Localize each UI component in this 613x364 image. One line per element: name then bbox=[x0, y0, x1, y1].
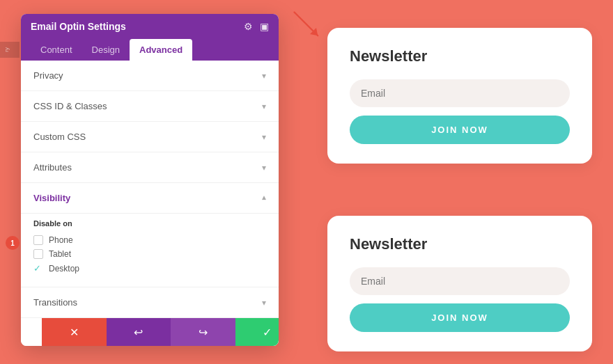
email-input-bottom[interactable] bbox=[350, 267, 570, 295]
css-id-chevron: ▾ bbox=[262, 102, 266, 111]
section-privacy[interactable]: Privacy ▾ bbox=[21, 61, 279, 91]
cancel-button[interactable]: ✕ bbox=[42, 318, 107, 346]
attributes-label: Attributes bbox=[33, 162, 72, 173]
visibility-chevron: ▾ bbox=[262, 193, 266, 203]
privacy-label: Privacy bbox=[33, 70, 63, 81]
phone-checkbox[interactable] bbox=[33, 235, 43, 245]
join-now-button-top[interactable]: JOIN NOW bbox=[350, 116, 570, 144]
tab-design[interactable]: Design bbox=[82, 39, 130, 61]
section-visibility[interactable]: Visibility ▾ bbox=[21, 183, 279, 214]
confirm-button[interactable]: ✓ bbox=[235, 318, 279, 346]
settings-icon[interactable]: ⚙ bbox=[244, 21, 253, 32]
email-input-top[interactable] bbox=[350, 79, 570, 107]
attributes-chevron: ▾ bbox=[262, 163, 266, 173]
settings-panel: Email Optin Settings ⚙ ▣ Content Design … bbox=[21, 14, 279, 346]
custom-css-chevron: ▾ bbox=[262, 132, 266, 142]
privacy-chevron: ▾ bbox=[262, 71, 266, 81]
section-custom-css[interactable]: Custom CSS ▾ bbox=[21, 122, 279, 152]
panel-title: Email Optin Settings bbox=[31, 21, 126, 32]
visibility-label: Visibility bbox=[33, 193, 70, 203]
checkbox-row-desktop: ✓ Desktop bbox=[33, 261, 266, 276]
tablet-checkbox[interactable] bbox=[33, 249, 43, 259]
checkbox-row-tablet: Tablet bbox=[33, 247, 266, 261]
transitions-chevron: ▾ bbox=[262, 298, 266, 308]
tablet-label: Tablet bbox=[49, 249, 71, 259]
desktop-checkmark: ✓ bbox=[33, 263, 43, 274]
join-now-button-bottom[interactable]: JOIN NOW bbox=[350, 303, 570, 332]
transitions-label: Transitions bbox=[33, 297, 77, 308]
undo-button[interactable]: ↩ bbox=[107, 318, 171, 346]
bottom-bar: ✕ ↩ ↪ ✓ bbox=[42, 318, 279, 346]
expand-icon[interactable]: ▣ bbox=[260, 21, 269, 32]
visibility-content: Disable on Phone Tablet ✓ Desktop bbox=[21, 214, 279, 287]
checkbox-row-phone: Phone bbox=[33, 233, 266, 247]
newsletter-card-top: Newsletter JOIN NOW bbox=[327, 28, 592, 164]
newsletter-card-bottom: Newsletter JOIN NOW bbox=[327, 216, 592, 351]
tab-advanced[interactable]: Advanced bbox=[130, 39, 192, 61]
redo-button[interactable]: ↪ bbox=[171, 318, 235, 346]
phone-label: Phone bbox=[49, 235, 73, 245]
css-id-label: CSS ID & Classes bbox=[33, 101, 107, 111]
panel-header-icons: ⚙ ▣ bbox=[244, 21, 269, 32]
custom-css-label: Custom CSS bbox=[33, 132, 86, 142]
desktop-label: Desktop bbox=[49, 264, 79, 274]
panel-tabs: Content Design Advanced bbox=[21, 39, 279, 61]
section-attributes[interactable]: Attributes ▾ bbox=[21, 152, 279, 183]
badge-1: 1 bbox=[6, 236, 20, 250]
newsletter-title-bottom: Newsletter bbox=[350, 235, 570, 253]
panel-content: Privacy ▾ CSS ID & Classes ▾ Custom CSS … bbox=[21, 61, 279, 346]
section-transitions[interactable]: Transitions ▾ bbox=[21, 287, 279, 318]
section-css-id[interactable]: CSS ID & Classes ▾ bbox=[21, 91, 279, 122]
disable-on-label: Disable on bbox=[33, 219, 266, 228]
tab-content[interactable]: Content bbox=[31, 39, 82, 61]
newsletter-title-top: Newsletter bbox=[350, 47, 570, 65]
panel-header: Email Optin Settings ⚙ ▣ bbox=[21, 14, 279, 39]
sidebar-hint: ry bbox=[0, 42, 20, 58]
